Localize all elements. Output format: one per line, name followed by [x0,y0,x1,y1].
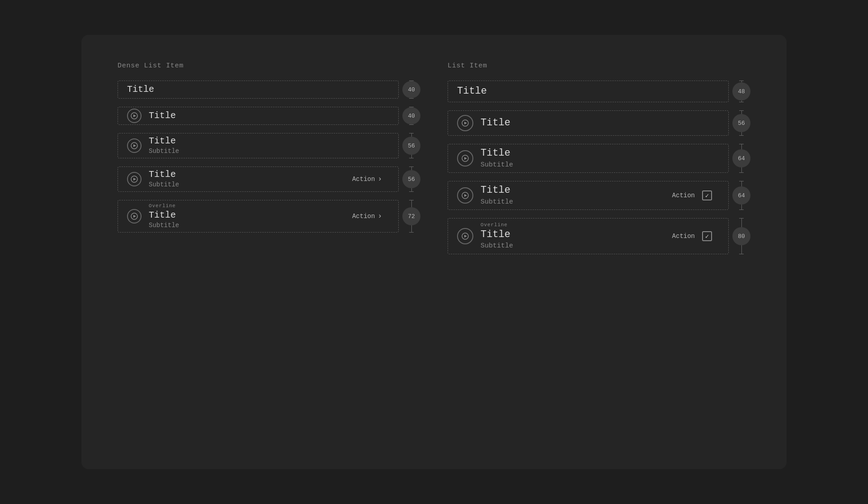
item-content-box: Overline Title Subtitle Action › [118,200,399,233]
height-indicator: 56 [402,133,420,158]
normal-list: Title 48 [448,81,750,259]
list-item[interactable]: Title Subtitle Action › 56 [118,166,420,192]
list-item[interactable]: Title Subtitle 64 [448,144,750,173]
svg-marker-3 [133,144,136,147]
dense-column: Dense List Item Title 40 [118,62,420,442]
item-content-box: Title Subtitle [448,144,729,173]
checkbox[interactable]: ✓ [702,231,712,241]
item-action[interactable]: Action › [352,175,382,183]
list-item[interactable]: Title 40 [118,81,420,99]
action-label: Action [352,213,375,220]
height-badge: 40 [402,107,420,124]
tick-bottom [409,191,414,192]
tick-bottom [409,232,414,233]
tick-bottom [409,124,414,125]
list-item[interactable]: Title 40 [118,107,420,125]
tick-bottom [739,254,744,254]
list-item[interactable]: Title 48 [448,81,750,102]
checkbox[interactable]: ✓ [702,190,712,200]
item-action[interactable]: Action [672,192,695,199]
action-label: Action [352,176,375,183]
tick-line-bottom [411,155,412,158]
play-icon [127,209,142,223]
item-title: Title [149,169,352,181]
tick-bottom [409,98,414,99]
height-badge: 64 [732,149,750,167]
tick-line-top [411,200,412,207]
tick-bottom [409,158,414,158]
height-indicator: 64 [732,181,750,210]
action-label: Action [672,192,695,199]
item-text-group: Title Subtitle [481,147,719,170]
height-indicator: 48 [732,81,750,102]
height-badge: 56 [732,114,750,132]
svg-marker-15 [464,235,467,238]
list-item[interactable]: Title Subtitle 56 [118,133,420,158]
play-icon [457,187,473,204]
item-subtitle: Subtitle [481,197,672,207]
item-text-group: Overline Title Subtitle [481,222,672,251]
height-indicator: 80 [732,218,750,254]
height-badge: 40 [402,81,420,98]
item-title: Title [149,110,389,122]
item-subtitle: Subtitle [149,147,389,156]
item-title: Title [457,85,719,98]
dense-column-label: Dense List Item [118,62,420,70]
item-content-box: Title [448,110,729,136]
item-action[interactable]: Action [672,233,695,240]
height-indicator: 72 [402,200,420,233]
svg-marker-7 [133,215,136,218]
normal-column-label: List Item [448,62,750,70]
svg-marker-11 [464,157,467,160]
tick-line-top [741,144,742,149]
item-title: Title [149,209,352,221]
item-title: Title [149,135,389,147]
height-indicator: 56 [402,166,420,192]
height-badge: 80 [732,227,750,245]
height-badge: 64 [732,186,750,204]
height-indicator: 56 [732,110,750,136]
tick-bottom [739,172,744,173]
item-subtitle: Subtitle [481,160,719,170]
item-content-box: Title Subtitle Action ✓ [448,181,729,210]
play-icon [127,109,142,123]
action-label: Action [672,233,695,240]
svg-marker-9 [464,122,467,124]
chevron-right-icon: › [377,175,382,183]
tick-bottom [739,102,744,102]
height-badge: 56 [402,137,420,155]
item-content-box: Title Subtitle [118,133,399,158]
item-content-box: Overline Title Subtitle Action ✓ [448,218,729,254]
item-content-box: Title [118,107,399,125]
item-title: Title [481,184,672,197]
tick-line-top [741,111,742,114]
tick-line-bottom [741,204,742,209]
normal-column: List Item Title 48 [448,62,750,442]
item-title: Title [481,147,719,160]
dense-list: Title 40 [118,81,420,237]
list-item[interactable]: Title 56 [448,110,750,136]
item-title: Title [481,228,672,242]
item-text-group: Title Subtitle [149,169,352,190]
chevron-right-icon: › [377,212,382,220]
item-text-group: Title [481,117,719,130]
item-subtitle: Subtitle [481,241,672,251]
play-icon [127,138,142,153]
height-badge: 48 [732,82,750,100]
height-indicator: 40 [402,81,420,99]
tick-line-bottom [411,225,412,232]
tick-line-top [411,133,412,137]
item-overline: Overline [149,203,352,209]
play-icon [127,172,142,186]
list-item[interactable]: Overline Title Subtitle Action ✓ 80 [448,218,750,254]
svg-marker-5 [133,178,136,181]
item-content-box: Title Subtitle Action › [118,166,399,192]
height-indicator: 40 [402,107,420,125]
list-item[interactable]: Overline Title Subtitle Action › 72 [118,200,420,233]
list-item[interactable]: Title Subtitle Action ✓ 64 [448,181,750,210]
item-action[interactable]: Action › [352,212,382,220]
item-subtitle: Subtitle [149,221,352,230]
play-icon [457,228,473,244]
item-title: Title [481,117,719,130]
height-badge: 56 [402,170,420,188]
